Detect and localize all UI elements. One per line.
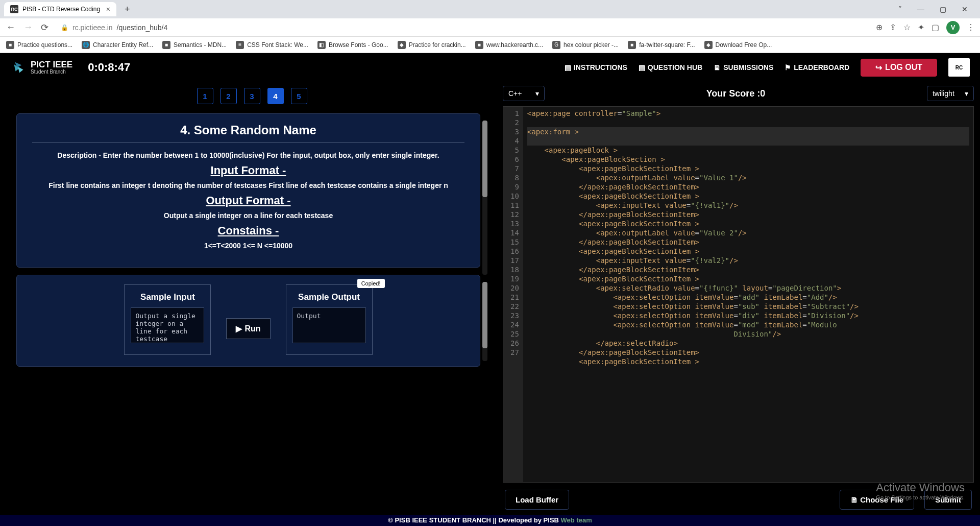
input-format-text: First line contains an integer t denotin… [32,180,464,191]
bookmark-item[interactable]: ■fa-twitter-square: F... [628,41,695,49]
bookmark-label: Practice for crackin... [409,41,466,49]
extensions-icon[interactable]: ✦ [918,22,924,32]
bookmark-icon: ■ [6,41,14,49]
submit-button[interactable]: Submit [924,490,972,510]
logout-icon: ↪ [875,63,882,73]
forward-icon[interactable]: → [22,22,34,33]
tab-favicon: RC [10,5,18,13]
load-buffer-button[interactable]: Load Buffer [505,490,569,510]
back-icon[interactable]: ← [5,22,16,33]
language-select[interactable]: C++▾ [503,86,545,101]
bookmark-icon: ■ [162,41,170,49]
url-bar[interactable]: 🔒 rc.pictieee.in/question_hub/4 [56,21,870,34]
theme-select[interactable]: twilight▾ [927,86,974,101]
play-icon: ▶ [236,324,242,333]
bookmark-icon: ◆ [398,41,406,49]
nav-submissions[interactable]: 🗎SUBMISSIONS [714,63,773,71]
url-host: rc.pictieee.in [72,23,113,32]
question-nav-3[interactable]: 3 [244,88,260,104]
question-nav: 12345 [16,88,487,104]
bookmark-item[interactable]: ■Practice questions... [6,41,72,49]
right-panel: C++▾ Your Score :0 twilight▾ 12345678910… [503,82,974,515]
logo-icon [10,60,26,75]
star-icon[interactable]: ☆ [903,22,911,32]
lock-icon: 🔒 [61,24,68,31]
tab-close-icon[interactable]: × [106,5,110,13]
constraints-text: 1<=T<2000 1<= N <=10000 [32,241,464,251]
file-icon: 🗎 [714,63,721,71]
language-label: C++ [508,89,522,98]
list-icon: ▤ [639,63,645,71]
choose-file-button[interactable]: 🗎Choose File [840,490,914,510]
bookmark-item[interactable]: ◧Browse Fonts - Goo... [317,41,388,49]
bookmark-item[interactable]: ◆Download Free Op... [704,41,772,49]
bookmark-item[interactable]: Ghex colour picker -... [552,41,619,49]
run-button[interactable]: ▶Run [226,318,270,339]
zoom-icon[interactable]: ⊕ [876,22,883,32]
browser-tab[interactable]: RC PISB - CTD Reverse Coding × [4,2,116,16]
nav-leaderboard-label: LEADERBOARD [794,63,849,71]
sample-input-col: Sample Input [124,284,211,355]
new-tab-button[interactable]: + [120,4,134,15]
sample-input-label: Sample Input [131,292,204,302]
file-icon: 🗎 [850,495,858,504]
share-icon[interactable]: ⇪ [890,22,896,32]
menu-icon[interactable]: ⋮ [967,22,975,32]
choose-file-label: Choose File [860,495,903,504]
question-description: Description - Enter the number between 1… [32,150,464,161]
maximize-icon[interactable]: ▢ [937,3,949,15]
chevron-down-icon: ▾ [535,89,539,98]
nav-submissions-label: SUBMISSIONS [723,63,773,71]
bookmark-icon: ■ [475,41,483,49]
question-scrollbar[interactable] [482,121,487,275]
code-editor[interactable]: 1234567891011121314151617181920212223242… [503,106,974,483]
bookmark-icon: ◆ [704,41,713,49]
question-nav-4[interactable]: 4 [267,88,284,104]
bookmark-label: fa-twitter-square: F... [639,41,695,49]
url-actions: ⊕ ⇪ ☆ ✦ ▢ V ⋮ [876,21,975,34]
nav-instructions[interactable]: ▤INSTRUCTIONS [565,63,627,71]
question-nav-2[interactable]: 2 [220,88,237,104]
bookmark-label: Character Entity Ref... [93,41,153,49]
bookmark-icon: ≡ [236,41,244,49]
bookmark-label: Download Free Op... [716,41,772,49]
bookmark-item[interactable]: ■Semantics - MDN... [162,41,227,49]
nav-leaderboard[interactable]: ⚑LEADERBOARD [785,63,849,71]
nav-question-hub-label: QUESTION HUB [648,63,702,71]
sample-scrollbar[interactable] [482,282,487,361]
bookmark-item[interactable]: 🌐Character Entity Ref... [82,41,153,49]
bookmark-item[interactable]: ◆Practice for crackin... [398,41,466,49]
bookmark-icon: 🌐 [82,41,90,49]
minimize-icon[interactable]: — [914,3,927,15]
output-format-text: Output a single integer on a line for ea… [32,210,464,221]
footer-link[interactable]: Web team [561,516,592,524]
app-header: PICT IEEE Student Branch 0:0:8:47 ▤INSTR… [0,53,980,82]
nav-links: ▤INSTRUCTIONS ▤QUESTION HUB 🗎SUBMISSIONS… [565,58,970,77]
tab-title: PISB - CTD Reverse Coding [22,6,100,13]
chevron-down-icon[interactable]: ˅ [895,3,905,15]
sample-input-field[interactable] [131,307,204,343]
bookmark-label: hex colour picker -... [564,41,619,49]
avatar[interactable]: V [946,21,960,34]
url-path: /question_hub/4 [117,23,168,32]
bookmark-item[interactable]: ≡CSS Font Stack: We... [236,41,308,49]
question-nav-1[interactable]: 1 [197,88,213,104]
close-icon[interactable]: ✕ [959,3,971,15]
sample-output-field[interactable] [292,307,366,343]
chevron-down-icon: ▾ [965,89,968,98]
reload-icon[interactable]: ⟳ [40,22,50,33]
bookmark-label: Semantics - MDN... [174,41,227,49]
nav-question-hub[interactable]: ▤QUESTION HUB [639,63,702,71]
footer-text: © PISB IEEE STUDENT BRANCH || Developed … [388,516,560,524]
question-box[interactable]: 4. Some Random Name Description - Enter … [16,113,480,268]
question-nav-5[interactable]: 5 [291,88,307,104]
editor-header: C++▾ Your Score :0 twilight▾ [503,82,974,106]
output-format-heading: Output Format - [32,194,464,207]
logout-button[interactable]: ↪LOG OUT [861,59,937,77]
bookmark-label: Practice questions... [17,41,72,49]
code-content[interactable]: <apex:page controller="Sample"> <apex:fo… [523,107,973,482]
bookmark-item[interactable]: ■www.hackerearth.c... [475,41,543,49]
sample-output-label: Sample Output [292,292,366,302]
theme-label: twilight [933,89,954,98]
sidepanel-icon[interactable]: ▢ [932,22,939,32]
